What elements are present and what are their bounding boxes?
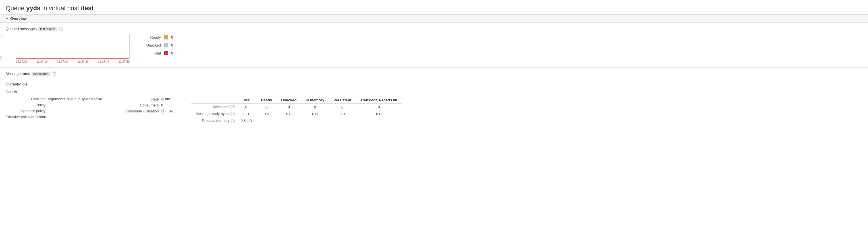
process-memory-inmemory	[301, 117, 329, 124]
stats-col-persistent: Persistent	[329, 97, 356, 104]
details-label-text: Details	[6, 90, 17, 94]
policy-key: Policy	[6, 103, 45, 107]
chart-legend-row: 1.0 0.0 12:27:00 12:27:10 12:27:20 12:27…	[6, 34, 862, 63]
legend-total-value: 0	[171, 51, 173, 56]
x-label-2: 12:27:20	[57, 60, 68, 63]
message-body-bytes-unacked: 0 B	[277, 110, 301, 117]
x-label-3: 12:27:30	[78, 60, 89, 63]
queued-messages-label-row: Queued messages last minute ?	[6, 27, 862, 31]
message-body-bytes-inmemory: 0 B	[301, 110, 329, 117]
legend-area: Ready 0 Unacked 0 Total 0	[141, 34, 173, 56]
state-key: State	[119, 97, 159, 101]
message-rates-help-icon[interactable]: ?	[52, 72, 56, 76]
details-middle-col: State idle Consumers 0 Consumer utilisat…	[119, 97, 174, 113]
process-memory-row-label: Process memory ?	[191, 117, 236, 124]
stats-table: Total Ready Unacked In memory Persistent…	[191, 97, 402, 124]
idle-text: Currently idle	[6, 82, 28, 86]
stats-col-ready: Ready	[256, 97, 277, 104]
title-prefix: Queue	[6, 4, 26, 12]
detail-features: Features arguments: x-queue-type: classi…	[6, 97, 102, 101]
messages-unacked: 0	[277, 104, 301, 111]
messages-inmemory: 0	[301, 104, 329, 111]
message-body-bytes-row-label: Message body bytes ?	[191, 110, 236, 117]
consumer-util-key: Consumer utilisation	[119, 109, 159, 113]
chart-x-labels: 12:27:00 12:27:10 12:27:20 12:27:30 12:2…	[16, 60, 130, 63]
chart-y-top-label: 1.0	[0, 34, 1, 38]
legend-ready: Ready 0	[141, 35, 173, 39]
message-rates-label-row: Message rates last minute ?	[6, 72, 862, 76]
virtual-host: /test	[81, 4, 94, 12]
legend-ready-swatch	[164, 35, 168, 39]
details-left-col: Features arguments: x-queue-type: classi…	[6, 97, 102, 119]
x-label-4: 12:27:40	[98, 60, 109, 63]
stats-table-wrapper: Total Ready Unacked In memory Persistent…	[191, 97, 402, 124]
message-rates-badge[interactable]: last minute	[32, 72, 50, 76]
operator-policy-key: Operator policy	[6, 109, 45, 113]
legend-total-swatch	[164, 51, 168, 56]
consumers-value: 0	[161, 103, 163, 107]
legend-unacked: Unacked 0	[141, 43, 173, 47]
messages-ready: 0	[256, 104, 277, 111]
chart-red-line	[16, 59, 129, 59]
detail-operator-policy: Operator policy	[6, 109, 102, 113]
legend-total-label: Total	[141, 51, 161, 56]
detail-state: State idle	[119, 97, 174, 101]
message-body-bytes-ready: 0 B	[256, 110, 277, 117]
legend-unacked-value: 0	[171, 43, 173, 47]
process-memory-ready	[256, 117, 277, 124]
message-body-bytes-persistent: 0 B	[329, 110, 356, 117]
messages-transient: 0	[356, 104, 402, 111]
state-dot-icon	[161, 98, 164, 101]
process-memory-persistent	[329, 117, 356, 124]
overview-section-header[interactable]: ▼ Overview	[0, 14, 868, 23]
messages-total: 0	[236, 104, 256, 111]
messages-persistent: 0	[329, 104, 356, 111]
queued-messages-help-icon[interactable]: ?	[59, 27, 63, 31]
consumer-util-value: 0%	[169, 109, 174, 113]
detail-effective-policy: Effective policy definition	[6, 115, 102, 119]
message-body-bytes-total: 0 B	[236, 110, 256, 117]
features-key: Features	[6, 97, 45, 101]
stats-row-message-body-bytes: Message body bytes ? 0 B 0 B 0 B 0 B 0 B…	[191, 110, 402, 117]
state-value: idle	[161, 97, 171, 101]
legend-unacked-swatch	[164, 43, 168, 47]
legend-ready-label: Ready	[141, 35, 161, 39]
legend-ready-value: 0	[171, 35, 173, 39]
process-memory-help-icon[interactable]: ?	[230, 119, 235, 123]
legend-unacked-label: Unacked	[141, 43, 161, 47]
message-rates-label: Message rates	[6, 72, 30, 76]
stats-row-process-memory: Process memory ? 9.5 kiB	[191, 117, 402, 124]
process-memory-total: 9.5 kiB	[236, 117, 256, 124]
messages-help-icon[interactable]: ?	[230, 105, 235, 109]
message-rates-section: Message rates last minute ?	[0, 68, 868, 80]
stats-row-messages: Messages ? 0 0 0 0 0 0	[191, 104, 402, 111]
consumers-key: Consumers	[119, 103, 159, 107]
stats-table-header-row: Total Ready Unacked In memory Persistent…	[191, 97, 402, 104]
message-body-bytes-help-icon[interactable]: ?	[230, 112, 235, 116]
stats-col-total: Total	[236, 97, 256, 104]
effective-policy-key: Effective policy definition	[6, 115, 46, 119]
details-grid: Features arguments: x-queue-type: classi…	[6, 97, 862, 124]
queued-messages-badge[interactable]: last minute	[38, 27, 57, 31]
process-memory-unacked	[277, 117, 301, 124]
stats-col-transient: Transient, Paged Out	[356, 97, 402, 104]
stats-col-inmemory: In memory	[301, 97, 329, 104]
stats-col-unacked: Unacked	[277, 97, 301, 104]
details-label: Details	[0, 88, 868, 94]
chart-y-bottom-label: 0.0	[0, 56, 1, 59]
messages-row-label: Messages ?	[191, 104, 236, 111]
page-header: Queue yyds in virtual host /test	[0, 0, 868, 14]
chart-wrapper: 1.0 0.0 12:27:00 12:27:10 12:27:20 12:27…	[6, 34, 130, 63]
x-label-1: 12:27:10	[36, 60, 48, 63]
queued-messages-area: Queued messages last minute ? 1.0 0.0 12…	[0, 23, 868, 67]
queued-messages-label: Queued messages	[6, 27, 37, 31]
process-memory-transient	[356, 117, 402, 124]
detail-consumer-util: Consumer utilisation ? 0%	[119, 109, 174, 113]
overview-label: Overview	[10, 16, 27, 21]
legend-total: Total 0	[141, 51, 173, 56]
consumer-util-help-icon[interactable]: ?	[161, 109, 165, 113]
detail-policy: Policy	[6, 103, 102, 107]
overview-arrow-icon: ▼	[6, 17, 8, 20]
page-title: Queue yyds in virtual host /test	[6, 4, 862, 12]
chart-area	[16, 34, 130, 59]
